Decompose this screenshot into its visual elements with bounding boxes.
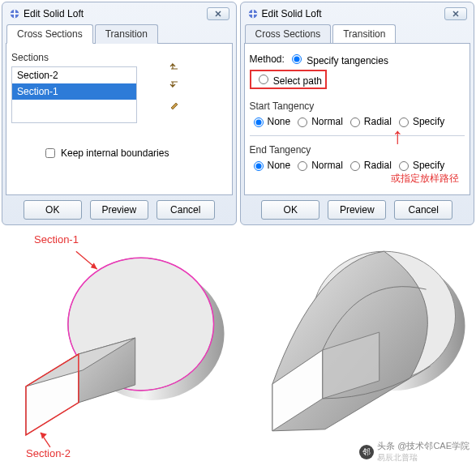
- radio-specify-tangencies[interactable]: Specify tangencies: [288, 52, 388, 66]
- svg-rect-2: [11, 13, 19, 15]
- keep-boundaries-checkbox[interactable]: [45, 148, 55, 158]
- radio-end-none[interactable]: None: [250, 159, 291, 171]
- dialog-buttons: OK Preview Cancel: [6, 195, 233, 221]
- dialog-title: Edit Solid Loft: [24, 8, 84, 19]
- app-icon: [247, 8, 259, 19]
- move-up-icon[interactable]: [169, 61, 182, 70]
- tab-cross-sections[interactable]: Cross Sections: [245, 24, 332, 44]
- select-path-highlight: Select path: [250, 70, 327, 89]
- radio-end-radial[interactable]: Radial: [346, 159, 392, 171]
- annotation-arrow-icon: ↑: [392, 125, 404, 147]
- preview-button[interactable]: Preview: [328, 200, 386, 220]
- radio-start-radial[interactable]: Radial: [346, 115, 392, 127]
- close-button[interactable]: [207, 7, 229, 20]
- watermark: 邻 头条 @技术邻CAE学院 易辰北普瑞: [359, 440, 470, 463]
- sections-label: Sections: [11, 52, 227, 63]
- edit-loft-dialog-left: Edit Solid Loft Cross Sections Transitio…: [2, 2, 237, 225]
- cross-sections-panel: Sections Section-2 Section-1 Keep intern…: [6, 43, 233, 195]
- app-icon: [9, 8, 20, 19]
- titlebar: Edit Solid Loft: [6, 6, 233, 23]
- dialog-title: Edit Solid Loft: [262, 8, 322, 19]
- end-tangency-label: End Tangency: [250, 144, 465, 156]
- radio-start-none[interactable]: None: [250, 115, 291, 127]
- radio-end-normal[interactable]: Normal: [294, 159, 343, 171]
- titlebar: Edit Solid Loft: [244, 6, 471, 23]
- tabstrip: Cross Sections Transition: [244, 23, 471, 44]
- watermark-line2: 易辰北普瑞: [377, 452, 470, 463]
- cancel-button[interactable]: Cancel: [157, 200, 215, 220]
- radio-start-normal[interactable]: Normal: [294, 115, 343, 127]
- list-item[interactable]: Section-1: [12, 83, 136, 100]
- tabstrip: Cross Sections Transition: [6, 23, 233, 44]
- tab-transition[interactable]: Transition: [95, 24, 158, 44]
- tab-transition[interactable]: Transition: [332, 24, 396, 44]
- annotation-text: 或指定放样路径: [391, 172, 459, 186]
- radio-select-path[interactable]: Select path: [255, 72, 322, 87]
- svg-rect-5: [248, 13, 257, 15]
- method-label: Method:: [250, 53, 285, 65]
- transition-panel: Method: Specify tangencies Select path S…: [244, 43, 471, 195]
- svg-marker-14: [91, 263, 97, 269]
- dialog-buttons: OK Preview Cancel: [244, 195, 471, 221]
- start-tangency-label: Start Tangency: [250, 100, 465, 112]
- radio-end-specify[interactable]: Specify: [395, 159, 444, 171]
- start-tangency-group: Start Tangency None Normal Radial Specif…: [250, 92, 465, 130]
- keep-boundaries-label: Keep internal boundaries: [61, 147, 169, 159]
- close-button[interactable]: [444, 7, 467, 20]
- method-row: Method: Specify tangencies Select path: [250, 52, 465, 89]
- cancel-button[interactable]: Cancel: [394, 200, 452, 220]
- list-item[interactable]: Section-2: [12, 67, 136, 83]
- end-tangency-group: End Tangency None Normal Radial Specify: [250, 141, 465, 174]
- section2-label: Section-2: [26, 447, 71, 459]
- watermark-icon: 邻: [359, 445, 374, 459]
- sections-listbox[interactable]: Section-2 Section-1: [11, 66, 137, 123]
- ok-button[interactable]: OK: [24, 200, 82, 220]
- move-down-icon[interactable]: [169, 80, 182, 90]
- edit-loft-dialog-right: Edit Solid Loft Cross Sections Transitio…: [240, 2, 475, 225]
- viewport-right: 邻 头条 @技术邻CAE学院 易辰北普瑞: [240, 228, 475, 468]
- tab-cross-sections[interactable]: Cross Sections: [6, 24, 93, 44]
- preview-button[interactable]: Preview: [90, 200, 148, 220]
- separator: [250, 135, 465, 136]
- edit-icon[interactable]: [169, 100, 182, 109]
- ok-button[interactable]: OK: [261, 200, 319, 220]
- viewport-left: Section-1 Section-2: [2, 228, 237, 468]
- reorder-toolbar: [169, 61, 182, 109]
- watermark-line1: 头条 @技术邻CAE学院: [377, 440, 470, 452]
- section1-label: Section-1: [34, 233, 79, 246]
